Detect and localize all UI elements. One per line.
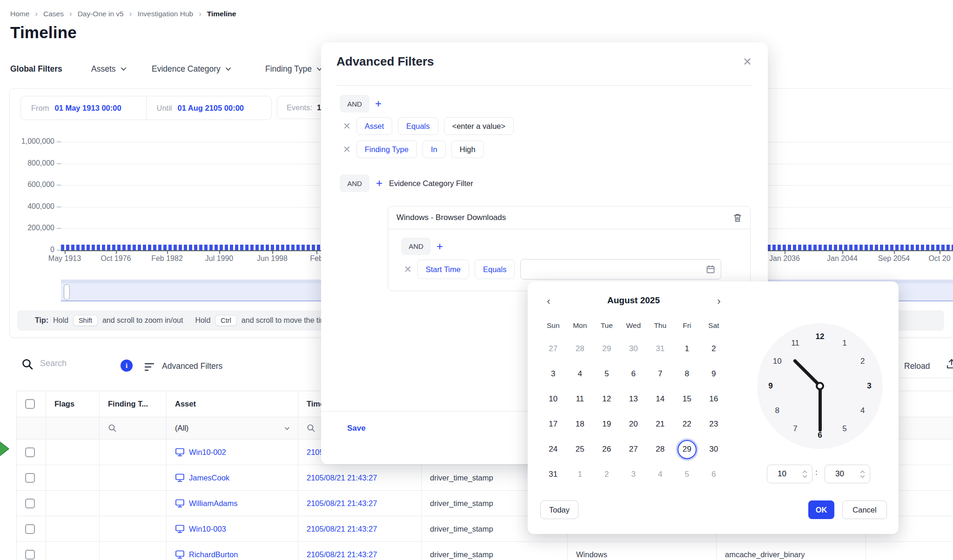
calendar-day[interactable]: 26 (593, 437, 620, 462)
until-value[interactable]: 01 Aug 2105 00:00 (178, 104, 244, 113)
info-icon[interactable]: i (121, 360, 133, 372)
calendar-day[interactable]: 28 (567, 336, 594, 361)
calendar-day[interactable]: 31 (540, 462, 567, 487)
advanced-filters-button[interactable]: Advanced Filters (162, 361, 222, 371)
row-checkbox[interactable] (25, 447, 35, 457)
calendar-day[interactable]: 6 (700, 462, 727, 487)
calendar-day[interactable]: 3 (540, 361, 567, 387)
timestamp-link[interactable]: 2105/08/21 21:43:27 (307, 499, 377, 508)
asset-link[interactable]: WilliamAdams (189, 499, 238, 508)
calendar-day[interactable]: 7 (647, 361, 674, 387)
calendar-day[interactable]: 25 (567, 437, 594, 462)
calendar-day[interactable]: 11 (567, 387, 594, 412)
start-time-date-input[interactable] (520, 259, 721, 280)
calendar-icon[interactable] (706, 265, 715, 274)
condition-field-button[interactable]: Finding Type (356, 140, 417, 158)
asset-link[interactable]: RichardBurton (189, 550, 238, 559)
calendar-day[interactable]: 4 (567, 361, 594, 387)
close-icon[interactable]: ✕ (743, 56, 752, 67)
condition-operator-button[interactable]: In (423, 140, 446, 158)
calendar-day[interactable]: 28 (647, 437, 674, 462)
from-value[interactable]: 01 May 1913 00:00 (55, 104, 121, 113)
row-checkbox[interactable] (25, 473, 35, 483)
export-icon[interactable] (946, 358, 953, 370)
calendar-day[interactable]: 24 (540, 437, 567, 462)
calendar-day[interactable]: 10 (540, 387, 567, 412)
today-button[interactable]: Today (540, 500, 578, 519)
filter-dropdown-assets[interactable]: Assets (91, 64, 127, 74)
calendar-day[interactable]: 2 (593, 462, 620, 487)
minute-stepper[interactable]: 30 (825, 465, 870, 483)
select-all-checkbox-cell[interactable] (17, 391, 46, 417)
calendar-day[interactable]: 14 (647, 387, 674, 412)
row-checkbox[interactable] (25, 524, 35, 534)
remove-condition-icon[interactable]: ✕ (343, 145, 351, 154)
cancel-button[interactable]: Cancel (842, 500, 887, 519)
reload-button[interactable]: Reload (904, 361, 930, 371)
calendar-day[interactable]: 20 (620, 412, 647, 437)
ok-button[interactable]: OK (808, 500, 834, 519)
calendar-day[interactable]: 3 (620, 462, 647, 487)
row-checkbox[interactable] (25, 499, 35, 508)
stepper-arrows-icon[interactable] (860, 470, 865, 478)
condition-operator-button[interactable]: Equals (398, 117, 438, 135)
breadcrumb-item[interactable]: Day-One in v5 (78, 10, 124, 18)
condition-operator-button[interactable]: Equals (475, 260, 515, 279)
evidence-category-filter-label[interactable]: Evidence Category Filter (389, 179, 473, 188)
calendar-day[interactable]: 27 (540, 336, 567, 361)
until-date-field[interactable]: Until 01 Aug 2105 00:00 (146, 96, 272, 120)
asset-link[interactable]: JamesCook (189, 473, 229, 482)
remove-condition-icon[interactable]: ✕ (404, 265, 412, 274)
timestamp-link[interactable]: 2105/08/21 21:43:27 (307, 550, 377, 559)
calendar-day[interactable]: 19 (593, 412, 620, 437)
calendar-day[interactable]: 1 (567, 462, 594, 487)
filter-cell-finding[interactable] (100, 417, 167, 440)
breadcrumb-item[interactable]: Cases (43, 10, 64, 18)
calendar-day[interactable]: 5 (593, 361, 620, 387)
calendar-day[interactable]: 18 (567, 412, 594, 437)
hour-stepper[interactable]: 10 (767, 465, 812, 483)
add-condition-icon[interactable]: + (375, 98, 382, 109)
calendar-day[interactable]: 6 (620, 361, 647, 387)
calendar-day[interactable]: 29 (593, 336, 620, 361)
timestamp-link[interactable]: 2105/08/21 21:43:27 (307, 525, 377, 533)
filter-dropdown-evidence-category[interactable]: Evidence Category (152, 64, 232, 74)
calendar-day[interactable]: 8 (674, 361, 701, 387)
asset-link[interactable]: Win10-002 (189, 448, 226, 457)
calendar-day[interactable]: 15 (674, 387, 701, 412)
calendar-day[interactable]: 12 (593, 387, 620, 412)
calendar-day-selected[interactable]: 29 (674, 437, 701, 462)
remove-condition-icon[interactable]: ✕ (343, 121, 351, 131)
select-all-checkbox[interactable] (25, 399, 35, 409)
calendar-day[interactable]: 2 (700, 336, 727, 361)
condition-value-button[interactable]: <enter a value> (444, 117, 514, 135)
calendar-day[interactable]: 13 (620, 387, 647, 412)
stepper-arrows-icon[interactable] (802, 470, 807, 478)
add-condition-icon[interactable]: + (436, 241, 443, 252)
search-input[interactable] (39, 358, 111, 369)
table-row[interactable]: RichardBurton2105/08/21 21:43:27driver_t… (17, 542, 953, 560)
brush-left-handle[interactable] (64, 284, 70, 300)
filter-dropdown-finding-type[interactable]: Finding Type (265, 64, 323, 74)
save-button[interactable]: Save (347, 424, 366, 433)
condition-field-button[interactable]: Asset (356, 117, 392, 135)
asset-filter-select[interactable]: (All) (175, 424, 298, 433)
filter-lines-icon[interactable] (144, 362, 155, 372)
trash-icon[interactable] (733, 213, 742, 222)
next-month-icon[interactable]: › (713, 295, 725, 307)
condition-field-button[interactable]: Start Time (417, 260, 469, 279)
and-operator-chip[interactable]: AND (340, 95, 369, 113)
calendar-day[interactable]: 16 (700, 387, 727, 412)
calendar-day[interactable]: 22 (674, 412, 701, 437)
calendar-day[interactable]: 31 (647, 336, 674, 361)
calendar-day[interactable]: 30 (620, 336, 647, 361)
timestamp-link[interactable]: 2105/08/21 21:43:27 (307, 473, 377, 482)
calendar-day[interactable]: 27 (620, 437, 647, 462)
condition-value-button[interactable]: High (451, 140, 484, 158)
calendar-day[interactable]: 17 (540, 412, 567, 437)
calendar-day[interactable]: 23 (700, 412, 727, 437)
asset-link[interactable]: Win10-003 (189, 525, 226, 533)
add-category-filter-icon[interactable]: + (376, 178, 383, 189)
from-date-field[interactable]: From 01 May 1913 00:00 (21, 96, 146, 120)
calendar-day[interactable]: 4 (647, 462, 674, 487)
